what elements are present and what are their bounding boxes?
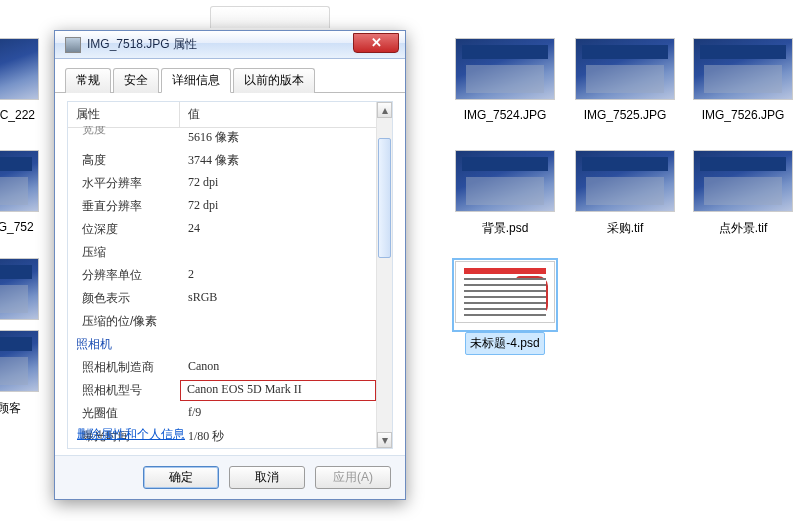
property-value: 2 [180,265,376,286]
chevron-down-icon: ▾ [382,433,388,447]
thumb-label: 采购.tif [570,218,680,239]
thumb-image [0,150,39,212]
tab-details[interactable]: 详细信息 [161,68,231,93]
close-button[interactable]: ✕ [353,33,399,53]
properties-header: 属性 值 [68,102,392,128]
file-thumb[interactable]: 未标题-4.psd [450,258,560,355]
property-name: 分辨率单位 [68,265,180,286]
property-name: 高度 [68,150,180,171]
col-name[interactable]: 属性 [68,102,180,127]
thumb-image [455,38,555,100]
property-row[interactable]: 分辨率单位2 [68,264,376,287]
thumb-image [0,330,39,392]
vertical-scrollbar[interactable]: ▴ ▾ [376,102,392,448]
cancel-button[interactable]: 取消 [229,466,305,489]
properties-dialog: IMG_7518.JPG 属性 ✕ 常规 安全 详细信息 以前的版本 属性 值 … [54,30,406,500]
remove-properties-link[interactable]: 删除属性和个人信息 [77,426,185,443]
property-name: 宽度 [68,126,180,148]
section-label: 照相机 [68,334,180,355]
property-value [180,242,376,263]
thumb-image [693,150,793,212]
properties-rows: 宽度5616 像素高度3744 像素水平分辨率72 dpi垂直分辨率72 dpi… [68,126,376,448]
property-row[interactable]: 宽度5616 像素 [68,126,376,149]
property-value: sRGB [180,288,376,309]
tab-security[interactable]: 安全 [113,68,159,93]
thumb-image [693,38,793,100]
property-row[interactable]: 压缩 [68,241,376,264]
dialog-titlebar[interactable]: IMG_7518.JPG 属性 ✕ [55,31,405,59]
scroll-up-button[interactable]: ▴ [377,102,392,118]
property-value [180,311,376,332]
property-value: 1/80 秒 [180,426,376,447]
col-value[interactable]: 值 [180,102,392,127]
property-name: 水平分辨率 [68,173,180,194]
property-value: Canon [180,357,376,378]
property-name: 照相机制造商 [68,357,180,378]
thumb-label: 未标题-4.psd [465,332,544,355]
property-name: 压缩的位/像素 [68,311,180,332]
property-row[interactable]: 水平分辨率72 dpi [68,172,376,195]
property-value: f/9 [180,403,376,424]
property-row[interactable]: 颜色表示sRGB [68,287,376,310]
property-name: 位深度 [68,219,180,240]
thumb-image [455,150,555,212]
background-tab-stub [210,6,330,28]
property-section: 照相机 [68,333,376,356]
close-icon: ✕ [371,35,382,50]
file-icon [65,37,81,53]
properties-panel: 属性 值 宽度5616 像素高度3744 像素水平分辨率72 dpi垂直分辨率7… [67,101,393,449]
property-name: 照相机型号 [68,380,180,401]
property-row[interactable]: 位深度24 [68,218,376,241]
dialog-button-row: 确定 取消 应用(A) [55,455,405,499]
scrollbar-thumb[interactable] [378,138,391,258]
tab-previous-versions[interactable]: 以前的版本 [233,68,315,93]
thumb-image [0,258,39,320]
property-name: 压缩 [68,242,180,263]
file-thumb[interactable]: 点外景.tif [688,150,798,239]
file-thumb[interactable]: 背景.psd [450,150,560,239]
property-value: 72 dpi [180,173,376,194]
dialog-tabs: 常规 安全 详细信息 以前的版本 [55,59,405,93]
property-name: 垂直分辨率 [68,196,180,217]
property-row[interactable]: 压缩的位/像素 [68,310,376,333]
thumb-image [575,150,675,212]
property-row[interactable]: 光圈值f/9 [68,402,376,425]
property-name: 光圈值 [68,403,180,424]
ok-button[interactable]: 确定 [143,466,219,489]
thumb-image [455,261,555,323]
property-name: 颜色表示 [68,288,180,309]
property-row[interactable]: 高度3744 像素 [68,149,376,172]
chevron-up-icon: ▴ [382,103,388,117]
thumb-label: IMG_7526.JPG [688,106,798,124]
tab-general[interactable]: 常规 [65,68,111,93]
dialog-title: IMG_7518.JPG 属性 [87,36,353,53]
property-value: 72 dpi [180,196,376,217]
apply-button[interactable]: 应用(A) [315,466,391,489]
property-value: Canon EOS 5D Mark II [180,380,376,401]
file-thumb[interactable]: IMG_7525.JPG [570,38,680,124]
scroll-down-button[interactable]: ▾ [377,432,392,448]
thumb-label: 背景.psd [450,218,560,239]
file-thumb[interactable]: IMG_7526.JPG [688,38,798,124]
property-value: 5616 像素 [180,127,376,148]
property-value: 3744 像素 [180,150,376,171]
property-value: 24 [180,219,376,240]
file-thumb[interactable]: 采购.tif [570,150,680,239]
property-row[interactable]: 垂直分辨率72 dpi [68,195,376,218]
thumb-image [0,38,39,100]
thumb-label: IMG_7524.JPG [450,106,560,124]
thumb-label: IMG_7525.JPG [570,106,680,124]
thumb-label: 点外景.tif [688,218,798,239]
property-row[interactable]: 照相机型号Canon EOS 5D Mark II [68,379,376,402]
thumb-image [575,38,675,100]
property-row[interactable]: 照相机制造商Canon [68,356,376,379]
thumb-selection-frame [452,258,558,332]
file-thumb[interactable]: IMG_7524.JPG [450,38,560,124]
